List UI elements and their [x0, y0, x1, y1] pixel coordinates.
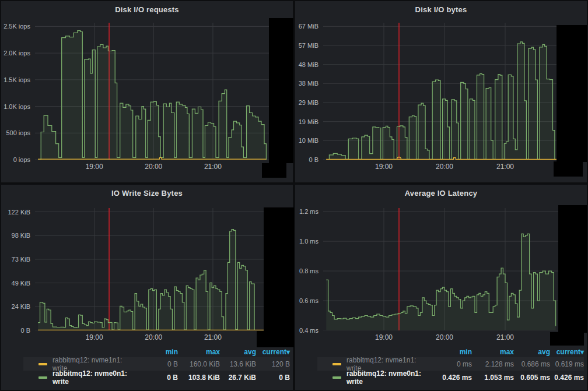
panel-io-write-size-bytes: IO Write Size Bytes minmaxavgcurrent▾rab… [1, 185, 293, 390]
y-axis-tick-label: 98 KiB [1, 232, 30, 239]
panel-title[interactable]: IO Write Size Bytes [1, 189, 293, 198]
y-axis-tick-label: 0.4 ms [295, 327, 318, 334]
chart-plot-area[interactable] [35, 23, 287, 160]
y-axis-tick-label: 2.0K iops [1, 50, 30, 57]
chart-canvas[interactable] [323, 208, 581, 330]
legend-value-min: 0 B [135, 360, 178, 368]
y-axis-tick-label: 1.2 ms [295, 208, 318, 215]
legend-value-current: 0.619 ms [550, 360, 584, 368]
y-axis-tick-label: 0 B [1, 327, 30, 334]
redaction-box [550, 332, 584, 346]
panel-disk-io-requests: Disk I/O requests 0 iops500 iops1.0K iop… [1, 1, 293, 182]
x-axis-tick-label: 19:00 [80, 333, 108, 341]
chart-plot-area[interactable] [323, 23, 581, 160]
y-axis-tick-label: 10 MiB [295, 137, 318, 144]
panel-title[interactable]: Average IO Latency [295, 189, 587, 198]
y-axis-tick-label: 0.8 ms [295, 267, 318, 274]
y-axis-tick-label: 0 iops [1, 156, 30, 163]
y-axis-tick-label: 57 MiB [295, 42, 318, 49]
legend-value-min: 0 B [135, 374, 178, 382]
redaction-box [264, 207, 294, 332]
x-axis-tick-label: 21:00 [491, 333, 519, 341]
chart-plot-area[interactable] [35, 208, 287, 330]
legend-header-min[interactable]: min [429, 348, 472, 356]
y-axis-tick-label: 73 KiB [1, 256, 30, 263]
redaction-box [269, 18, 293, 163]
series-area-green [38, 31, 266, 160]
y-axis-tick-label: 1.0K iops [1, 103, 30, 110]
legend-value-current: 0 B [256, 374, 290, 382]
x-axis-tick-label: 20:00 [430, 333, 459, 341]
x-axis-tick-label: 20:00 [139, 333, 167, 341]
redaction-box [558, 205, 587, 333]
legend-row: rabbitmq12: nvme0n1: write0 B103.8 KiB26… [23, 371, 290, 384]
redaction-box [257, 331, 294, 347]
chart-canvas[interactable] [35, 23, 287, 160]
y-axis-tick-label: 1.0 ms [295, 238, 318, 245]
y-axis-tick-label: 24 KiB [1, 303, 30, 310]
legend-value-current: 0.426 ms [550, 374, 584, 382]
panel-title[interactable]: Disk I/O bytes [295, 5, 587, 14]
y-axis-tick-label: 38 MiB [295, 80, 318, 87]
panel-average-io-latency: Average IO Latency minmaxavgcurrent▾rabb… [295, 185, 587, 390]
y-axis-tick-label: 2.5K iops [1, 23, 30, 30]
legend-header-min[interactable]: min [135, 348, 178, 356]
x-axis-tick-label: 21:00 [199, 333, 227, 341]
y-axis-tick-label: 1.5K iops [1, 76, 30, 83]
legend-value-max: 1.053 ms [472, 374, 514, 382]
x-axis-tick-label: 20:00 [139, 163, 167, 171]
y-axis-tick-label: 48 MiB [295, 61, 318, 68]
y-axis-tick-label: 0 B [295, 156, 318, 163]
legend-header-max[interactable]: max [178, 348, 220, 356]
y-axis-tick-label: 67 MiB [295, 23, 318, 30]
y-axis-tick-label: 0.6 ms [295, 297, 318, 304]
legend-value-avg: 0.686 ms [514, 360, 550, 368]
chart-plot-area[interactable] [323, 208, 581, 330]
legend-value-max: 2.128 ms [472, 360, 514, 368]
x-axis-tick-label: 19:00 [80, 163, 108, 171]
redaction-box [554, 161, 583, 177]
legend-header-current[interactable]: current▾ [256, 348, 290, 356]
series-color-swatch [38, 376, 47, 379]
legend-series-label[interactable]: rabbitmq12: nvme0n1: write [317, 369, 429, 386]
legend-table: minmaxavgcurrent▾rabbitmq12: nvme1n1: wr… [317, 346, 584, 384]
series-color-swatch [38, 363, 47, 365]
grafana-dashboard: Disk I/O requests 0 iops500 iops1.0K iop… [0, 0, 588, 391]
redaction-box [262, 163, 286, 178]
x-axis-tick-label: 20:00 [430, 163, 459, 171]
series-name: rabbitmq12: nvme0n1: write [52, 369, 135, 386]
legend-value-min: 0 ms [429, 360, 472, 368]
legend-value-avg: 13.6 KiB [220, 360, 256, 368]
panel-disk-io-bytes: Disk I/O bytes 0 B10 MiB19 MiB29 MiB38 M… [295, 1, 587, 182]
legend-header-avg[interactable]: avg [514, 348, 550, 356]
legend-header-max[interactable]: max [472, 348, 514, 356]
legend-value-max: 160.0 KiB [178, 360, 220, 368]
x-axis-tick-label: 19:00 [370, 333, 398, 341]
legend-value-avg: 26.7 KiB [220, 374, 256, 382]
legend-value-avg: 0.605 ms [514, 374, 550, 382]
legend-value-current: 120 B [256, 360, 290, 368]
panel-title[interactable]: Disk I/O requests [1, 5, 293, 14]
chart-canvas[interactable] [323, 23, 581, 160]
chart-canvas[interactable] [35, 208, 287, 330]
y-axis-tick-label: 500 iops [1, 129, 30, 136]
y-axis-tick-label: 29 MiB [295, 99, 318, 106]
legend-value-max: 103.8 KiB [178, 374, 220, 382]
legend-header-avg[interactable]: avg [220, 348, 256, 356]
series-color-swatch [332, 363, 341, 365]
redaction-box [556, 25, 587, 162]
y-axis-tick-label: 49 KiB [1, 280, 30, 287]
legend-table: minmaxavgcurrent▾rabbitmq12: nvme1n1: wr… [23, 346, 290, 384]
y-axis-tick-label: 122 KiB [1, 209, 30, 216]
legend-row: rabbitmq12: nvme0n1: write0.426 ms1.053 … [317, 371, 584, 384]
series-color-swatch [332, 376, 341, 379]
x-axis-tick-label: 21:00 [491, 163, 519, 171]
legend-series-label[interactable]: rabbitmq12: nvme0n1: write [23, 369, 135, 386]
x-axis-tick-label: 19:00 [370, 163, 398, 171]
legend-value-min: 0.426 ms [429, 374, 472, 382]
legend-header-current[interactable]: current▾ [550, 348, 584, 356]
y-axis-tick-label: 19 MiB [295, 118, 318, 125]
x-axis-tick-label: 21:00 [199, 163, 227, 171]
series-name: rabbitmq12: nvme0n1: write [346, 369, 429, 386]
